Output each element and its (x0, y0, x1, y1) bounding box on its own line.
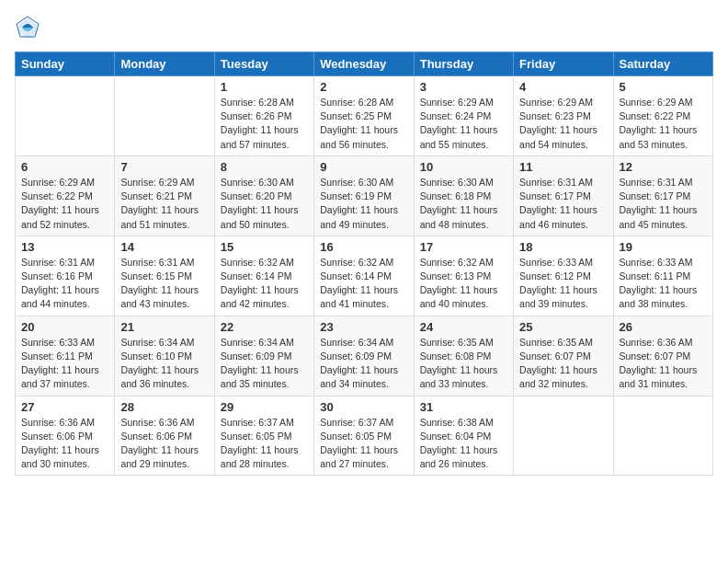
day-info: Sunrise: 6:33 AM Sunset: 6:11 PM Dayligh… (620, 256, 707, 312)
day-cell: 26Sunrise: 6:36 AM Sunset: 6:07 PM Dayli… (613, 316, 712, 396)
day-cell: 24Sunrise: 6:35 AM Sunset: 6:08 PM Dayli… (414, 316, 513, 396)
day-info: Sunrise: 6:37 AM Sunset: 6:05 PM Dayligh… (221, 416, 308, 472)
day-number: 4 (519, 80, 607, 94)
day-number: 29 (221, 400, 308, 414)
day-info: Sunrise: 6:29 AM Sunset: 6:24 PM Dayligh… (420, 96, 507, 152)
day-number: 20 (21, 320, 108, 334)
week-row-3: 13Sunrise: 6:31 AM Sunset: 6:16 PM Dayli… (16, 236, 713, 316)
day-info: Sunrise: 6:30 AM Sunset: 6:18 PM Dayligh… (420, 176, 507, 232)
day-info: Sunrise: 6:33 AM Sunset: 6:12 PM Dayligh… (519, 256, 607, 312)
day-number: 24 (420, 320, 507, 334)
day-cell (613, 396, 712, 476)
day-number: 16 (320, 240, 407, 254)
day-cell: 28Sunrise: 6:36 AM Sunset: 6:06 PM Dayli… (115, 396, 214, 476)
day-number: 3 (420, 80, 507, 94)
day-cell: 13Sunrise: 6:31 AM Sunset: 6:16 PM Dayli… (16, 236, 115, 316)
day-cell: 21Sunrise: 6:34 AM Sunset: 6:10 PM Dayli… (115, 316, 214, 396)
day-cell: 2Sunrise: 6:28 AM Sunset: 6:25 PM Daylig… (314, 76, 414, 156)
day-cell: 5Sunrise: 6:29 AM Sunset: 6:22 PM Daylig… (613, 76, 712, 156)
day-number: 9 (320, 160, 407, 174)
day-cell: 30Sunrise: 6:37 AM Sunset: 6:05 PM Dayli… (314, 396, 414, 476)
day-cell (115, 76, 214, 156)
day-cell: 25Sunrise: 6:35 AM Sunset: 6:07 PM Dayli… (514, 316, 613, 396)
day-number: 19 (620, 240, 707, 254)
day-number: 13 (21, 240, 108, 254)
day-info: Sunrise: 6:38 AM Sunset: 6:04 PM Dayligh… (420, 416, 507, 472)
day-cell: 31Sunrise: 6:38 AM Sunset: 6:04 PM Dayli… (414, 396, 513, 476)
day-info: Sunrise: 6:36 AM Sunset: 6:06 PM Dayligh… (21, 416, 108, 472)
day-info: Sunrise: 6:29 AM Sunset: 6:23 PM Dayligh… (519, 96, 607, 152)
header (15, 15, 713, 40)
day-cell: 16Sunrise: 6:32 AM Sunset: 6:14 PM Dayli… (314, 236, 414, 316)
week-row-1: 1Sunrise: 6:28 AM Sunset: 6:26 PM Daylig… (16, 76, 713, 156)
day-number: 6 (21, 160, 108, 174)
weekday-header-saturday: Saturday (613, 52, 712, 76)
logo-icon (15, 15, 40, 40)
weekday-header-wednesday: Wednesday (314, 52, 414, 76)
page-container: SundayMondayTuesdayWednesdayThursdayFrid… (0, 0, 728, 483)
day-cell: 3Sunrise: 6:29 AM Sunset: 6:24 PM Daylig… (414, 76, 513, 156)
day-number: 5 (620, 80, 707, 94)
day-number: 18 (519, 240, 607, 254)
day-cell: 11Sunrise: 6:31 AM Sunset: 6:17 PM Dayli… (514, 155, 613, 236)
day-cell: 9Sunrise: 6:30 AM Sunset: 6:19 PM Daylig… (314, 155, 414, 236)
weekday-header-monday: Monday (115, 52, 214, 76)
day-cell: 15Sunrise: 6:32 AM Sunset: 6:14 PM Dayli… (214, 236, 313, 316)
day-number: 2 (320, 80, 407, 94)
weekday-header-sunday: Sunday (16, 52, 115, 76)
week-row-2: 6Sunrise: 6:29 AM Sunset: 6:22 PM Daylig… (16, 155, 713, 236)
day-info: Sunrise: 6:33 AM Sunset: 6:11 PM Dayligh… (21, 336, 108, 392)
day-info: Sunrise: 6:32 AM Sunset: 6:13 PM Dayligh… (420, 256, 507, 312)
day-number: 21 (120, 320, 208, 334)
day-number: 22 (221, 320, 308, 334)
day-cell: 12Sunrise: 6:31 AM Sunset: 6:17 PM Dayli… (613, 155, 712, 236)
day-cell: 8Sunrise: 6:30 AM Sunset: 6:20 PM Daylig… (214, 155, 313, 236)
day-number: 31 (420, 400, 507, 414)
day-info: Sunrise: 6:28 AM Sunset: 6:26 PM Dayligh… (221, 96, 308, 152)
day-number: 14 (120, 240, 208, 254)
day-info: Sunrise: 6:34 AM Sunset: 6:09 PM Dayligh… (320, 336, 407, 392)
day-cell: 14Sunrise: 6:31 AM Sunset: 6:15 PM Dayli… (115, 236, 214, 316)
day-number: 11 (519, 160, 607, 174)
day-number: 7 (120, 160, 208, 174)
day-info: Sunrise: 6:35 AM Sunset: 6:08 PM Dayligh… (420, 336, 507, 392)
day-info: Sunrise: 6:29 AM Sunset: 6:21 PM Dayligh… (120, 176, 208, 232)
day-cell (16, 76, 115, 156)
day-cell: 27Sunrise: 6:36 AM Sunset: 6:06 PM Dayli… (16, 396, 115, 476)
day-cell: 20Sunrise: 6:33 AM Sunset: 6:11 PM Dayli… (16, 316, 115, 396)
day-cell: 18Sunrise: 6:33 AM Sunset: 6:12 PM Dayli… (514, 236, 613, 316)
day-cell: 17Sunrise: 6:32 AM Sunset: 6:13 PM Dayli… (414, 236, 513, 316)
day-cell: 19Sunrise: 6:33 AM Sunset: 6:11 PM Dayli… (613, 236, 712, 316)
day-number: 12 (620, 160, 707, 174)
day-cell: 22Sunrise: 6:34 AM Sunset: 6:09 PM Dayli… (214, 316, 313, 396)
day-info: Sunrise: 6:30 AM Sunset: 6:20 PM Dayligh… (221, 176, 308, 232)
day-number: 23 (320, 320, 407, 334)
day-info: Sunrise: 6:30 AM Sunset: 6:19 PM Dayligh… (320, 176, 407, 232)
weekday-header-thursday: Thursday (414, 52, 513, 76)
day-number: 10 (420, 160, 507, 174)
logo (15, 15, 42, 40)
day-cell: 29Sunrise: 6:37 AM Sunset: 6:05 PM Dayli… (214, 396, 313, 476)
week-row-4: 20Sunrise: 6:33 AM Sunset: 6:11 PM Dayli… (16, 316, 713, 396)
day-number: 28 (120, 400, 208, 414)
week-row-5: 27Sunrise: 6:36 AM Sunset: 6:06 PM Dayli… (16, 396, 713, 476)
day-cell: 7Sunrise: 6:29 AM Sunset: 6:21 PM Daylig… (115, 155, 214, 236)
day-cell: 23Sunrise: 6:34 AM Sunset: 6:09 PM Dayli… (314, 316, 414, 396)
day-cell (514, 396, 613, 476)
day-number: 30 (320, 400, 407, 414)
day-info: Sunrise: 6:34 AM Sunset: 6:09 PM Dayligh… (221, 336, 308, 392)
day-info: Sunrise: 6:36 AM Sunset: 6:06 PM Dayligh… (120, 416, 208, 472)
day-cell: 6Sunrise: 6:29 AM Sunset: 6:22 PM Daylig… (16, 155, 115, 236)
day-info: Sunrise: 6:29 AM Sunset: 6:22 PM Dayligh… (620, 96, 707, 152)
day-info: Sunrise: 6:36 AM Sunset: 6:07 PM Dayligh… (620, 336, 707, 392)
day-number: 25 (519, 320, 607, 334)
day-cell: 4Sunrise: 6:29 AM Sunset: 6:23 PM Daylig… (514, 76, 613, 156)
day-number: 15 (221, 240, 308, 254)
weekday-header-tuesday: Tuesday (214, 52, 313, 76)
day-number: 1 (221, 80, 308, 94)
day-info: Sunrise: 6:28 AM Sunset: 6:25 PM Dayligh… (320, 96, 407, 152)
day-info: Sunrise: 6:31 AM Sunset: 6:16 PM Dayligh… (21, 256, 108, 312)
day-number: 26 (620, 320, 707, 334)
weekday-header-row: SundayMondayTuesdayWednesdayThursdayFrid… (16, 52, 713, 76)
day-cell: 1Sunrise: 6:28 AM Sunset: 6:26 PM Daylig… (214, 76, 313, 156)
